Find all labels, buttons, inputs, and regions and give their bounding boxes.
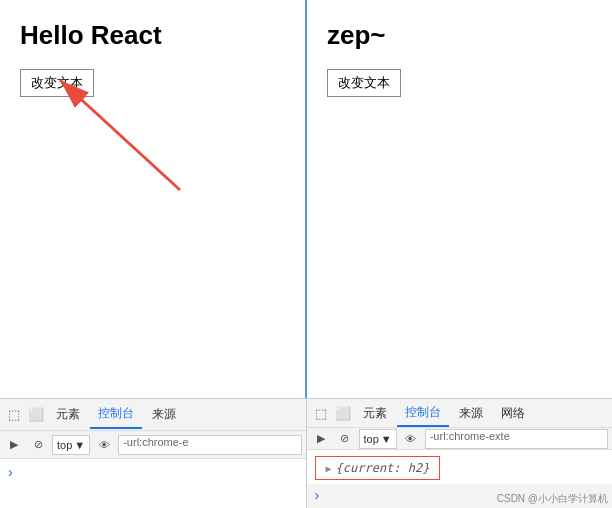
tab-elements-left[interactable]: 元素 — [48, 401, 88, 429]
console-prompt-left: › — [8, 463, 298, 483]
url-input-left[interactable]: -url:chrome-e — [118, 435, 301, 455]
play-icon-right[interactable]: ▶ — [311, 429, 331, 449]
eye-icon-left[interactable]: 👁 — [94, 435, 114, 455]
right-panel: zep~ 改变文本 — [305, 0, 612, 398]
object-expand-icon[interactable]: ▶ — [326, 463, 332, 474]
dropdown-arrow-left: ▼ — [74, 439, 85, 451]
inspect-icon-right[interactable]: ⬜ — [333, 403, 353, 423]
tab-console-left[interactable]: 控制台 — [90, 401, 142, 429]
devtools-right-tabs: ⬚ ⬜ 元素 控制台 来源 网络 — [307, 399, 613, 428]
console-output-box: ▶ {current: h2} — [315, 456, 441, 480]
tab-console-right[interactable]: 控制台 — [397, 399, 449, 427]
left-panel: Hello React 改变文本 — [0, 0, 305, 398]
eye-icon-right[interactable]: 👁 — [401, 429, 421, 449]
play-icon-left[interactable]: ▶ — [4, 435, 24, 455]
cursor-icon[interactable]: ⬚ — [4, 405, 24, 425]
cursor-icon-right[interactable]: ⬚ — [311, 403, 331, 423]
console-arrow-right: › — [315, 486, 320, 506]
dropdown-arrow-right: ▼ — [381, 433, 392, 445]
top-label-left: top — [57, 439, 72, 451]
devtools-right: ⬚ ⬜ 元素 控制台 来源 网络 ▶ ⊘ top ▼ 👁 -url:chrome… — [307, 399, 613, 508]
tab-sources-right[interactable]: 来源 — [451, 399, 491, 427]
right-panel-title: zep~ — [327, 20, 592, 51]
inspect-icon[interactable]: ⬜ — [26, 405, 46, 425]
top-dropdown-left[interactable]: top ▼ — [52, 435, 90, 455]
top-dropdown-right[interactable]: top ▼ — [359, 429, 397, 449]
devtools-left-content: › — [0, 459, 306, 508]
tab-network-right[interactable]: 网络 — [493, 399, 533, 427]
main-area: Hello React 改变文本 zep~ 改变文本 — [0, 0, 612, 398]
console-value: {current: h2} — [336, 461, 430, 475]
block-icon-right[interactable]: ⊘ — [335, 429, 355, 449]
left-panel-title: Hello React — [20, 20, 285, 51]
tab-sources-left[interactable]: 来源 — [144, 401, 184, 429]
top-label-right: top — [364, 433, 379, 445]
devtools-right-content: ▶ {current: h2} — [307, 450, 613, 484]
devtools-left: ⬚ ⬜ 元素 控制台 来源 ▶ ⊘ top ▼ 👁 -url:chrome-e … — [0, 399, 307, 508]
devtools-right-toolbar: ▶ ⊘ top ▼ 👁 -url:chrome-exte — [307, 428, 613, 450]
console-arrow-left: › — [8, 463, 13, 483]
devtools-left-toolbar: ▶ ⊘ top ▼ 👁 -url:chrome-e — [0, 431, 306, 459]
tab-elements-right[interactable]: 元素 — [355, 399, 395, 427]
left-change-button[interactable]: 改变文本 — [20, 69, 94, 97]
url-input-right[interactable]: -url:chrome-exte — [425, 429, 608, 449]
devtools-bar: ⬚ ⬜ 元素 控制台 来源 ▶ ⊘ top ▼ 👁 -url:chrome-e … — [0, 398, 612, 508]
right-change-button[interactable]: 改变文本 — [327, 69, 401, 97]
block-icon-left[interactable]: ⊘ — [28, 435, 48, 455]
devtools-left-tabs: ⬚ ⬜ 元素 控制台 来源 — [0, 399, 306, 431]
